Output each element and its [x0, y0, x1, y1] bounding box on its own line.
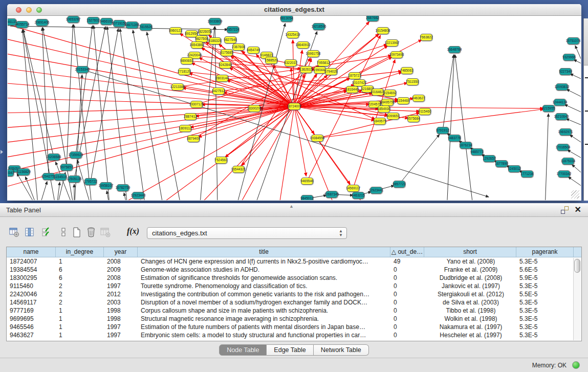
table-cell[interactable]: Wolkin et al. (1998) — [424, 315, 516, 323]
table-cell[interactable]: 0 — [390, 290, 424, 298]
scrollbar-thumb[interactable] — [574, 259, 580, 273]
graph-node[interactable]: 11875334 — [562, 158, 574, 165]
graph-node[interactable]: 8791912 — [437, 127, 449, 134]
table-cell[interactable]: 1 — [56, 307, 104, 315]
graph-node[interactable]: 7524561 — [215, 157, 227, 164]
graph-node[interactable]: 7663822 — [420, 34, 432, 41]
graph-node[interactable]: 10973493 — [390, 51, 403, 58]
graph-node[interactable]: 14325419 — [287, 31, 299, 38]
network-window-titlebar[interactable]: citations_edges.txt — [7, 4, 581, 16]
table-cell[interactable]: 9115460 — [7, 282, 56, 290]
table-cell[interactable]: 0 — [390, 307, 424, 315]
table-row[interactable]: 977716911998Corpus callosum shape and si… — [7, 307, 581, 315]
table-cell[interactable]: 18300295 — [7, 274, 56, 282]
graph-node[interactable]: 9227349 — [559, 68, 572, 75]
table-cell[interactable]: Hescheler et al. (1997) — [424, 331, 516, 339]
graph-node[interactable]: 9466162 — [100, 18, 113, 25]
table-cell[interactable]: 9699695 — [7, 315, 56, 323]
table-cell[interactable]: Genome-wide association studies in ADHD. — [138, 266, 390, 274]
graph-node[interactable]: 1771234 — [521, 170, 533, 178]
table-cell[interactable]: 1997 — [104, 282, 138, 290]
graph-node[interactable]: 1816446 — [346, 86, 358, 93]
graph-node[interactable]: 9463215 — [352, 192, 364, 199]
graph-node[interactable]: 12687345 — [325, 191, 338, 198]
graph-node[interactable]: 1588520 — [265, 57, 277, 64]
table-cell[interactable]: 1 — [56, 257, 104, 266]
graph-node[interactable]: 18724007 — [288, 103, 300, 110]
graph-node[interactable]: 20153346 — [76, 66, 89, 73]
graph-node[interactable]: 18495756 — [381, 99, 394, 106]
float-window-icon[interactable] — [561, 206, 569, 214]
table-cell[interactable]: Jankovic et al. (1997) — [424, 282, 516, 290]
table-cell[interactable]: 1997 — [104, 323, 138, 331]
graph-node[interactable]: 12942757 — [42, 173, 55, 180]
graph-node[interactable]: 8813054 — [280, 16, 293, 22]
table-cell[interactable]: 22420046 — [7, 290, 56, 298]
graph-node[interactable]: 12213389 — [171, 83, 184, 91]
table-cell[interactable]: Nakamura et al. (1997) — [424, 323, 516, 331]
column-header-year[interactable]: year — [104, 247, 138, 257]
graph-node[interactable]: 14055714 — [16, 21, 28, 28]
canvas-resize-grip[interactable] — [571, 190, 579, 199]
graph-node[interactable]: 20206586 — [48, 154, 60, 161]
table-cell[interactable]: 2008 — [104, 274, 138, 282]
graph-node[interactable]: 8322037 — [285, 59, 297, 67]
column-header-out_de[interactable]: △ out_de… — [390, 247, 424, 257]
table-cell[interactable]: Yano et al. (2008) — [424, 257, 516, 266]
table-row[interactable]: 1456911722003Disruption of a novel membe… — [7, 298, 581, 307]
graph-node[interactable]: 11156829 — [17, 168, 30, 176]
graph-node[interactable]: 2718120 — [178, 68, 190, 75]
table-cell[interactable]: 9465546 — [7, 323, 56, 331]
graph-node[interactable]: 9485773 — [471, 148, 483, 156]
graph-node[interactable]: 19692971 — [559, 128, 572, 136]
table-cell[interactable]: 5.5E-5 — [516, 290, 574, 298]
graph-node[interactable]: 8215955 — [542, 105, 555, 112]
table-cell[interactable]: 5.3E-5 — [516, 315, 574, 323]
graph-node[interactable]: 9329966 — [563, 54, 575, 61]
graph-node[interactable]: 9242848 — [219, 61, 231, 69]
graph-node[interactable]: 9857723 — [393, 181, 405, 188]
graph-node[interactable]: 9827546 — [224, 36, 236, 43]
table-cell[interactable]: Embryonic stem cells: a model to study s… — [138, 331, 390, 339]
table-cell[interactable]: Disruption of a novel member of a sodium… — [138, 298, 390, 307]
table-row[interactable]: 969969511998Structural magnetic resonanc… — [7, 315, 581, 323]
table-cell[interactable]: 2 — [56, 298, 104, 307]
table-cell[interactable]: Structural magnetic resonance image aver… — [138, 315, 390, 323]
show-columns-button[interactable] — [24, 226, 36, 239]
column-header-short[interactable]: short — [424, 247, 516, 257]
table-row[interactable]: 946554611997Estimation of the future num… — [7, 323, 581, 331]
table-cell[interactable]: Stergiakouli et al. (2012) — [424, 290, 516, 298]
table-cell[interactable]: 14569117 — [7, 298, 56, 307]
table-cell[interactable]: 1997 — [104, 331, 138, 339]
table-cell[interactable]: Corpus callosum shape and size in male p… — [138, 307, 390, 315]
network-canvas[interactable]: 1872400789601238912954182260589827508165… — [8, 16, 581, 200]
graph-node[interactable]: 12923441 — [370, 187, 382, 194]
table-cell[interactable]: 9777169 — [7, 307, 56, 315]
table-cell[interactable]: Dudbridge et al. (2008) — [424, 274, 516, 282]
close-panel-icon[interactable]: ✕ — [575, 205, 581, 214]
table-cell[interactable]: 2003 — [104, 298, 138, 307]
table-cell[interactable]: Franke et al. (2009) — [424, 266, 516, 274]
graph-node[interactable]: 8427512 — [212, 87, 225, 95]
table-cell[interactable]: 0 — [390, 282, 424, 290]
function-builder-button[interactable]: f(x) — [127, 227, 139, 236]
table-cell[interactable]: 9463627 — [7, 331, 56, 339]
vertical-scrollbar[interactable] — [573, 258, 581, 340]
table-cell[interactable]: 0 — [390, 274, 424, 282]
graph-node[interactable]: 8960123 — [169, 27, 182, 34]
graph-node[interactable]: 16961758 — [307, 50, 319, 57]
table-cell[interactable]: 0 — [390, 323, 424, 331]
table-cell[interactable]: 0 — [390, 266, 424, 274]
graph-node[interactable]: 9890651 — [181, 57, 193, 64]
graph-node[interactable]: 9245012 — [508, 165, 520, 172]
table-cell[interactable]: 5.3E-5 — [516, 257, 574, 266]
table-cell[interactable]: Changes of HCN gene expression and I(f) … — [138, 257, 390, 266]
graph-node[interactable]: 7815526 — [140, 24, 152, 31]
tab-node-table[interactable]: Node Table — [219, 344, 267, 356]
graph-node[interactable]: 1795722 — [84, 178, 97, 185]
table-cell[interactable]: 2008 — [104, 257, 138, 266]
graph-node[interactable]: 2687682 — [366, 16, 379, 21]
graph-node[interactable]: 9575684 — [407, 115, 420, 122]
table-cell[interactable]: Tibbo et al. (1998) — [424, 307, 516, 315]
column-header-title[interactable]: title — [138, 247, 390, 257]
